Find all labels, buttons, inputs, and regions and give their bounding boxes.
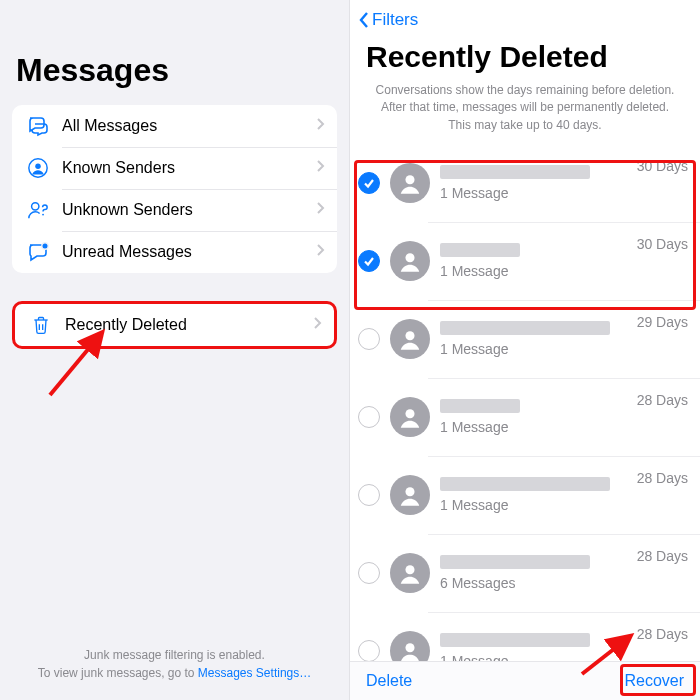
conversation-row[interactable]: 1 Message30 Days: [350, 222, 700, 300]
filter-known-senders[interactable]: Known Senders: [12, 147, 337, 189]
conversation-row[interactable]: 1 Message30 Days: [350, 144, 700, 222]
message-count: 1 Message: [440, 263, 629, 279]
avatar: [390, 631, 430, 661]
footer-text: Junk message filtering is enabled.: [0, 646, 349, 664]
redacted-name: [440, 243, 520, 257]
filter-unread-messages[interactable]: Unread Messages: [12, 231, 337, 273]
conversation-body: 1 Message: [440, 633, 629, 661]
footer-hint: Junk message filtering is enabled. To vi…: [0, 646, 349, 682]
filter-recently-deleted[interactable]: Recently Deleted: [15, 304, 334, 346]
svg-point-10: [405, 409, 414, 418]
redacted-name: [440, 477, 610, 491]
chevron-right-icon: [315, 243, 325, 261]
conversation-body: 1 Message: [440, 321, 629, 357]
conversation-row[interactable]: 1 Message28 Days: [350, 456, 700, 534]
conversation-body: 1 Message: [440, 399, 629, 435]
select-radio[interactable]: [358, 640, 380, 661]
recently-deleted-highlight: Recently Deleted: [12, 301, 337, 349]
filter-label: Known Senders: [62, 159, 315, 177]
back-button[interactable]: Filters: [358, 10, 418, 30]
chevron-right-icon: [315, 201, 325, 219]
avatar: [390, 475, 430, 515]
avatar: [390, 397, 430, 437]
redacted-name: [440, 555, 590, 569]
select-radio[interactable]: [358, 484, 380, 506]
days-remaining: 28 Days: [637, 470, 688, 486]
person-question-icon: [24, 196, 52, 224]
filter-label: Recently Deleted: [65, 316, 312, 334]
message-count: 1 Message: [440, 341, 629, 357]
message-count: 1 Message: [440, 653, 629, 661]
svg-point-1: [35, 163, 41, 169]
redacted-name: [440, 399, 520, 413]
conversation-body: 1 Message: [440, 165, 629, 201]
footer-text: To view junk messages, go to Messages Se…: [0, 664, 349, 682]
trash-icon: [27, 311, 55, 339]
svg-point-13: [405, 643, 414, 652]
days-remaining: 28 Days: [637, 626, 688, 642]
recover-button[interactable]: Recover: [624, 672, 684, 690]
svg-point-4: [42, 243, 48, 249]
person-circle-icon: [24, 154, 52, 182]
unread-badge-icon: [24, 238, 52, 266]
back-label: Filters: [372, 10, 418, 30]
chevron-right-icon: [315, 159, 325, 177]
conversation-list: 1 Message30 Days1 Message30 Days1 Messag…: [350, 144, 700, 661]
select-radio[interactable]: [358, 172, 380, 194]
days-remaining: 30 Days: [637, 158, 688, 174]
page-title: Recently Deleted: [350, 34, 700, 82]
select-radio[interactable]: [358, 328, 380, 350]
select-radio[interactable]: [358, 250, 380, 272]
svg-point-2: [32, 203, 39, 210]
messages-filter-pane: Messages All Messages Known Senders Un: [0, 0, 350, 700]
toolbar: Delete Recover: [350, 661, 700, 700]
svg-point-7: [405, 175, 414, 184]
conversation-body: 1 Message: [440, 243, 629, 279]
svg-point-8: [405, 253, 414, 262]
message-count: 1 Message: [440, 419, 629, 435]
days-remaining: 29 Days: [637, 314, 688, 330]
filter-label: Unread Messages: [62, 243, 315, 261]
message-count: 6 Messages: [440, 575, 629, 591]
conversation-row[interactable]: 1 Message29 Days: [350, 300, 700, 378]
chevron-left-icon: [358, 11, 370, 29]
message-count: 1 Message: [440, 497, 629, 513]
filter-all-messages[interactable]: All Messages: [12, 105, 337, 147]
days-remaining: 30 Days: [637, 236, 688, 252]
svg-point-9: [405, 331, 414, 340]
redacted-name: [440, 633, 590, 647]
select-radio[interactable]: [358, 562, 380, 584]
conversation-row[interactable]: 1 Message28 Days: [350, 378, 700, 456]
conversation-body: 6 Messages: [440, 555, 629, 591]
nav-bar: Filters: [350, 0, 700, 34]
redacted-name: [440, 165, 590, 179]
chevron-right-icon: [315, 117, 325, 135]
messages-settings-link[interactable]: Messages Settings…: [198, 666, 311, 680]
page-title: Messages: [0, 0, 349, 105]
filters-list: All Messages Known Senders Unknown Sende…: [12, 105, 337, 273]
avatar: [390, 163, 430, 203]
filter-label: All Messages: [62, 117, 315, 135]
delete-button[interactable]: Delete: [366, 672, 412, 690]
recently-deleted-pane: Filters Recently Deleted Conversations s…: [350, 0, 700, 700]
days-remaining: 28 Days: [637, 392, 688, 408]
avatar: [390, 241, 430, 281]
svg-point-3: [42, 214, 44, 216]
svg-point-11: [405, 487, 414, 496]
filter-unknown-senders[interactable]: Unknown Senders: [12, 189, 337, 231]
conversation-row[interactable]: 1 Message28 Days: [350, 612, 700, 661]
filter-label: Unknown Senders: [62, 201, 315, 219]
select-radio[interactable]: [358, 406, 380, 428]
speech-bubbles-icon: [24, 112, 52, 140]
svg-point-12: [405, 565, 414, 574]
conversation-body: 1 Message: [440, 477, 629, 513]
avatar: [390, 319, 430, 359]
chevron-right-icon: [312, 316, 322, 334]
description: Conversations show the days remaining be…: [350, 82, 700, 144]
message-count: 1 Message: [440, 185, 629, 201]
avatar: [390, 553, 430, 593]
conversation-row[interactable]: 6 Messages28 Days: [350, 534, 700, 612]
days-remaining: 28 Days: [637, 548, 688, 564]
redacted-name: [440, 321, 610, 335]
